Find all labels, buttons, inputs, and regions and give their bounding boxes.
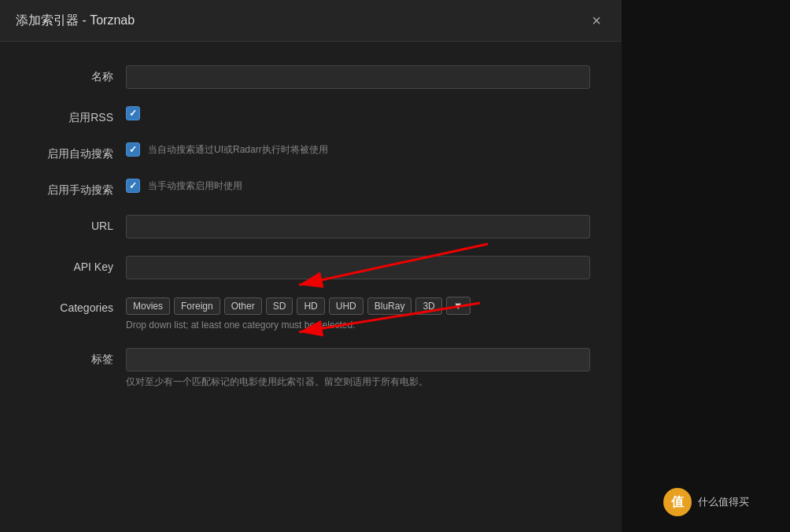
categories-hint: Drop down list; at least one category mu…	[126, 320, 590, 331]
categories-label: Categories	[31, 297, 126, 314]
close-button[interactable]: ×	[587, 11, 606, 30]
auto-search-control-wrap: 当自动搜索通过UI或Radarr执行时将被使用	[126, 142, 590, 157]
auto-search-row: 启用自动搜索 当自动搜索通过UI或Radarr执行时将被使用	[31, 142, 590, 161]
dialog-title: 添加索引器 - Torznab	[16, 13, 135, 29]
manual-search-label: 启用手动搜索	[31, 179, 126, 198]
tags-label: 标签	[31, 348, 126, 367]
dialog-body: 名称 启用RSS 启用自动搜索 当自动搜索通过UI或Radarr执行时将被使用	[0, 42, 622, 532]
categories-control-wrap: MoviesForeignOtherSDHDUHDBluRay3D▼ Drop …	[126, 297, 590, 331]
name-input[interactable]	[126, 65, 590, 89]
rss-row: 启用RSS	[31, 106, 590, 125]
category-tag[interactable]: Movies	[126, 297, 170, 315]
category-tag[interactable]: UHD	[329, 297, 364, 315]
auto-search-checkbox[interactable]	[126, 142, 140, 157]
category-tag[interactable]: Foreign	[174, 297, 220, 315]
api-key-input[interactable]	[126, 256, 590, 279]
api-key-row: API Key	[31, 256, 590, 279]
name-label: 名称	[31, 65, 126, 84]
url-row: URL	[31, 215, 590, 238]
auto-search-label: 启用自动搜索	[31, 142, 126, 161]
category-tag[interactable]: SD	[266, 297, 293, 315]
rss-checkbox[interactable]	[126, 106, 140, 120]
auto-search-checkbox-row: 当自动搜索通过UI或Radarr执行时将被使用	[126, 142, 590, 157]
manual-search-row: 启用手动搜索 当手动搜索启用时使用	[31, 179, 590, 198]
categories-dropdown-button[interactable]: ▼	[446, 297, 471, 315]
url-input[interactable]	[126, 215, 590, 238]
watermark-badge: 值	[663, 488, 692, 516]
name-row: 名称	[31, 65, 590, 89]
api-key-control-wrap	[126, 256, 590, 279]
rss-label: 启用RSS	[31, 106, 126, 125]
rss-control-wrap	[126, 106, 590, 120]
category-tag[interactable]: HD	[297, 297, 324, 315]
rss-checkbox-row	[126, 106, 590, 120]
watermark: 值 什么值得买	[663, 488, 749, 516]
url-label: URL	[31, 215, 126, 232]
manual-search-control-wrap: 当手动搜索启用时使用	[126, 179, 590, 193]
categories-tags-wrap: MoviesForeignOtherSDHDUHDBluRay3D▼	[126, 297, 590, 315]
dialog-overlay: 添加索引器 - Torznab × 名称 启用RSS 启用自动搜索	[0, 0, 622, 532]
category-tag[interactable]: BluRay	[367, 297, 412, 315]
tags-row: 标签 仅对至少有一个匹配标记的电影使用此索引器。留空则适用于所有电影。	[31, 348, 590, 389]
right-panel: 值 什么值得买	[622, 0, 790, 532]
category-tag[interactable]: 3D	[415, 297, 441, 315]
manual-search-hint: 当手动搜索启用时使用	[148, 179, 242, 193]
watermark-text: 什么值得买	[698, 495, 749, 509]
name-control-wrap	[126, 65, 590, 89]
api-key-label: API Key	[31, 256, 126, 273]
tags-hint: 仅对至少有一个匹配标记的电影使用此索引器。留空则适用于所有电影。	[126, 375, 590, 389]
auto-search-hint: 当自动搜索通过UI或Radarr执行时将被使用	[148, 143, 328, 157]
manual-search-checkbox[interactable]	[126, 179, 140, 193]
tags-input[interactable]	[126, 348, 590, 371]
category-tag[interactable]: Other	[224, 297, 262, 315]
tags-control-wrap: 仅对至少有一个匹配标记的电影使用此索引器。留空则适用于所有电影。	[126, 348, 590, 389]
categories-row: Categories MoviesForeignOtherSDHDUHDBluR…	[31, 297, 590, 331]
manual-search-checkbox-row: 当手动搜索启用时使用	[126, 179, 590, 193]
url-control-wrap	[126, 215, 590, 238]
dialog-header: 添加索引器 - Torznab ×	[0, 0, 622, 42]
